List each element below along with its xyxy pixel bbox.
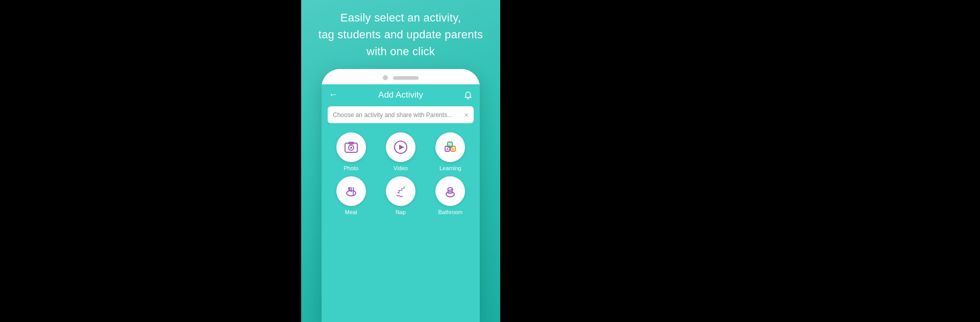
svg-text:z: z <box>403 186 405 189</box>
left-black-panel <box>0 0 301 322</box>
meal-icon-circle <box>336 176 366 206</box>
svg-point-3 <box>350 147 352 149</box>
activity-item-learning[interactable]: A B C Learning <box>428 132 473 171</box>
svg-text:A: A <box>446 147 449 151</box>
activity-item-photo[interactable]: Photo <box>329 132 373 171</box>
activity-item-video[interactable]: Video <box>378 132 423 171</box>
phone-mockup: ← Add Activity Choose an activity and sh… <box>322 69 480 322</box>
app-title: Add Activity <box>338 90 463 100</box>
bathroom-label: Bathroom <box>438 209 462 215</box>
nap-label: Nap <box>396 209 406 215</box>
video-label: Video <box>394 165 408 171</box>
app-header: ← Add Activity <box>322 84 480 104</box>
photo-label: Photo <box>344 165 358 171</box>
activity-item-meal[interactable]: Meal <box>329 176 373 215</box>
headline-text: Easily select an activity, tag students … <box>308 9 493 60</box>
svg-text:C: C <box>449 143 451 147</box>
svg-rect-13 <box>351 187 352 192</box>
svg-text:z: z <box>397 188 401 194</box>
nap-icon-circle: z z z <box>386 176 415 206</box>
center-panel: Easily select an activity, tag students … <box>301 0 500 322</box>
phone-camera <box>383 75 388 80</box>
phone-screen: ← Add Activity Choose an activity and sh… <box>322 84 480 322</box>
bathroom-icon-circle <box>435 176 465 206</box>
svg-point-17 <box>446 192 454 197</box>
search-bar[interactable]: Choose an activity and share with Parent… <box>328 106 474 123</box>
activity-grid: Photo Video <box>322 128 480 219</box>
svg-rect-19 <box>451 189 453 190</box>
learning-icon-circle: A B C <box>435 132 465 162</box>
search-close-button[interactable]: × <box>464 110 469 119</box>
search-placeholder: Choose an activity and share with Parent… <box>333 111 461 119</box>
right-black-panel <box>500 0 980 322</box>
back-button[interactable]: ← <box>329 89 338 100</box>
activity-item-nap[interactable]: z z z Nap <box>378 176 423 215</box>
phone-speaker <box>393 76 419 80</box>
notification-icon[interactable] <box>463 90 473 100</box>
video-icon-circle <box>386 132 415 162</box>
activity-item-bathroom[interactable]: Bathroom <box>428 176 473 215</box>
phone-top-bar <box>322 69 480 84</box>
learning-label: Learning <box>439 165 461 171</box>
meal-label: Meal <box>345 209 357 215</box>
photo-icon-circle <box>336 132 366 162</box>
svg-text:B: B <box>452 147 454 151</box>
svg-marker-5 <box>399 145 404 150</box>
